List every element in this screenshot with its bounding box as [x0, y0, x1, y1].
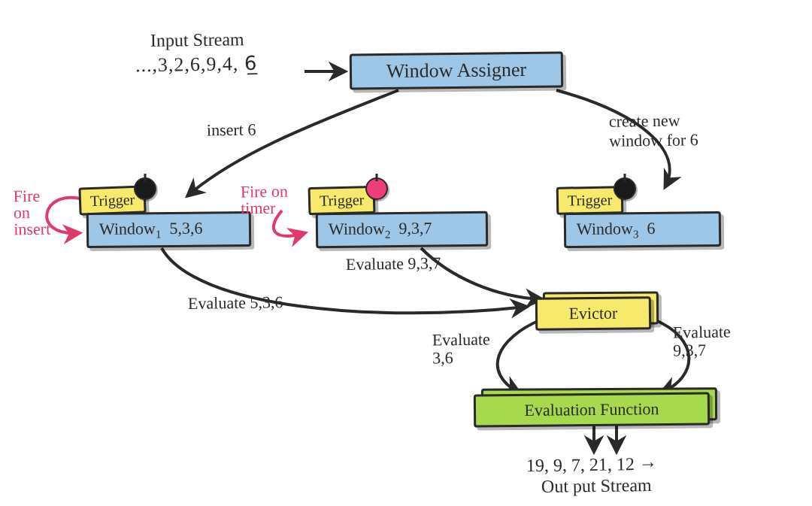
window-values: 5,3,6 — [169, 219, 202, 238]
evictor-box: Evictor — [535, 296, 651, 331]
edge-create-new-label: create new window for 6 — [609, 111, 698, 151]
window-name: Window — [99, 219, 156, 238]
fire-on-insert-label: Fire on insert — [14, 188, 51, 238]
window-name: Window — [577, 219, 633, 238]
window-values: 9,3,7 — [398, 219, 432, 238]
fire-on-timer-label: Fire on timer — [241, 183, 289, 217]
window-values: 6 — [647, 219, 655, 238]
window-1-box: Window1 5,3,6 — [86, 211, 251, 249]
evictor-label: Evictor — [568, 304, 617, 323]
edge-evaluate-937b: Evaluate 9,3,7 — [673, 323, 732, 359]
window-2-box: Window2 9,3,7 — [316, 211, 488, 249]
input-stream-title: Input Stream — [150, 29, 244, 51]
output-stream-values: 19, 9, 7, 21, 12 → — [526, 454, 657, 476]
output-stream-title: Out put Stream — [541, 475, 652, 497]
trigger-label: Trigger — [320, 191, 365, 209]
window-sub: 1 — [156, 228, 162, 240]
window-assigner-label: Window Assigner — [386, 59, 526, 82]
window-sub: 2 — [385, 229, 391, 241]
edge-insert-label: insert 6 — [207, 120, 256, 141]
window-sub: 3 — [633, 228, 639, 240]
trigger-label: Trigger — [90, 191, 135, 209]
pin-icon — [365, 177, 388, 200]
window-3-box: Window3 6 — [564, 211, 721, 249]
pin-icon — [134, 177, 156, 200]
trigger-label: Trigger — [568, 191, 613, 208]
window-name: Window — [329, 219, 385, 238]
edge-evaluate-937: Evaluate 9,3,7 — [346, 253, 441, 274]
input-stream-values: ...,3,2,6,9,4, 6̲ — [135, 52, 258, 77]
evaluation-function-box: Evaluation Function — [474, 392, 710, 427]
diagram-canvas: Input Stream ...,3,2,6,9,4, 6̲ Window As… — [0, 0, 812, 506]
edge-evaluate-36: Evaluate 3,6 — [432, 330, 491, 367]
edge-evaluate-536: Evaluate 5,3,6 — [188, 292, 283, 314]
evaluation-function-label: Evaluation Function — [524, 399, 659, 420]
window-assigner-box: Window Assigner — [350, 52, 563, 90]
pin-icon — [614, 177, 636, 200]
